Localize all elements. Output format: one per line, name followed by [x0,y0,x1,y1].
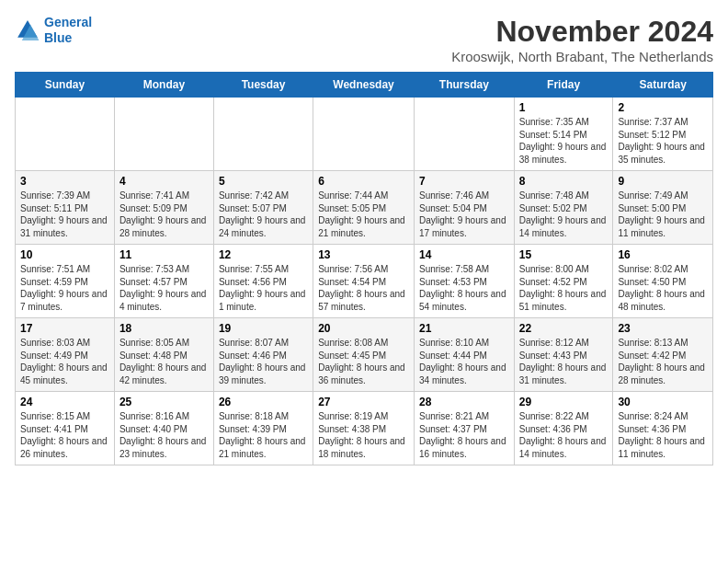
day-info: Sunrise: 8:22 AM Sunset: 4:36 PM Dayligh… [519,410,609,460]
day-info: Sunrise: 8:08 AM Sunset: 4:45 PM Dayligh… [318,337,409,386]
day-info: Sunrise: 8:05 AM Sunset: 4:48 PM Dayligh… [119,337,209,386]
calendar-cell: 28Sunrise: 8:21 AM Sunset: 4:37 PM Dayli… [414,392,514,465]
day-number: 14 [419,248,509,261]
day-number: 11 [119,248,209,261]
day-number: 19 [219,322,308,335]
day-number: 8 [519,175,609,188]
day-number: 25 [119,396,209,408]
calendar-cell: 23Sunrise: 8:13 AM Sunset: 4:42 PM Dayli… [613,318,713,392]
calendar-cell: 22Sunrise: 8:12 AM Sunset: 4:43 PM Dayli… [514,318,613,392]
day-number: 18 [119,322,209,335]
header-row: SundayMondayTuesdayWednesdayThursdayFrid… [16,73,713,98]
day-info: Sunrise: 7:53 AM Sunset: 4:57 PM Dayligh… [119,263,209,313]
day-info: Sunrise: 7:39 AM Sunset: 5:11 PM Dayligh… [20,190,109,239]
calendar-cell: 15Sunrise: 8:00 AM Sunset: 4:52 PM Dayli… [514,245,613,318]
day-number: 15 [519,248,609,261]
day-info: Sunrise: 8:07 AM Sunset: 4:46 PM Dayligh… [219,337,308,386]
calendar-cell: 25Sunrise: 8:16 AM Sunset: 4:40 PM Dayli… [114,392,213,465]
day-info: Sunrise: 7:58 AM Sunset: 4:53 PM Dayligh… [419,263,509,313]
header-day-monday: Monday [114,73,213,98]
header-day-tuesday: Tuesday [213,73,313,98]
day-info: Sunrise: 7:48 AM Sunset: 5:02 PM Dayligh… [519,190,609,239]
calendar-cell [16,98,115,171]
calendar-cell: 30Sunrise: 8:24 AM Sunset: 4:36 PM Dayli… [613,392,713,465]
day-number: 22 [519,322,609,335]
day-info: Sunrise: 7:35 AM Sunset: 5:14 PM Dayligh… [519,116,609,166]
calendar-cell: 1Sunrise: 7:35 AM Sunset: 5:14 PM Daylig… [514,98,613,171]
calendar-cell: 14Sunrise: 7:58 AM Sunset: 4:53 PM Dayli… [414,245,514,318]
calendar-cell: 18Sunrise: 8:05 AM Sunset: 4:48 PM Dayli… [114,318,213,392]
calendar-cell [114,98,213,171]
day-info: Sunrise: 8:15 AM Sunset: 4:41 PM Dayligh… [20,410,109,460]
calendar-cell: 8Sunrise: 7:48 AM Sunset: 5:02 PM Daylig… [514,171,613,245]
day-number: 6 [318,175,409,188]
calendar-cell: 11Sunrise: 7:53 AM Sunset: 4:57 PM Dayli… [114,245,213,318]
day-info: Sunrise: 8:00 AM Sunset: 4:52 PM Dayligh… [519,263,609,313]
calendar-cell: 12Sunrise: 7:55 AM Sunset: 4:56 PM Dayli… [213,245,313,318]
calendar-cell: 20Sunrise: 8:08 AM Sunset: 4:45 PM Dayli… [313,318,415,392]
calendar-cell: 4Sunrise: 7:41 AM Sunset: 5:09 PM Daylig… [114,171,213,245]
calendar-cell: 26Sunrise: 8:18 AM Sunset: 4:39 PM Dayli… [213,392,313,465]
day-number: 13 [318,248,409,261]
calendar-header: SundayMondayTuesdayWednesdayThursdayFrid… [16,73,713,98]
calendar-cell: 21Sunrise: 8:10 AM Sunset: 4:44 PM Dayli… [414,318,514,392]
calendar-cell: 19Sunrise: 8:07 AM Sunset: 4:46 PM Dayli… [213,318,313,392]
calendar-cell: 10Sunrise: 7:51 AM Sunset: 4:59 PM Dayli… [16,245,115,318]
day-number: 1 [519,101,609,114]
day-info: Sunrise: 8:12 AM Sunset: 4:43 PM Dayligh… [519,337,609,386]
logo: General Blue [15,15,92,46]
day-number: 29 [519,396,609,408]
day-number: 21 [419,322,509,335]
day-info: Sunrise: 7:44 AM Sunset: 5:05 PM Dayligh… [318,190,409,239]
day-info: Sunrise: 8:03 AM Sunset: 4:49 PM Dayligh… [20,337,109,386]
subtitle: Krooswijk, North Brabant, The Netherland… [451,49,713,64]
week-row-3: 17Sunrise: 8:03 AM Sunset: 4:49 PM Dayli… [16,318,713,392]
day-info: Sunrise: 7:55 AM Sunset: 4:56 PM Dayligh… [219,263,308,313]
header-day-wednesday: Wednesday [313,73,415,98]
day-info: Sunrise: 8:13 AM Sunset: 4:42 PM Dayligh… [618,337,708,386]
day-number: 24 [20,396,109,408]
day-number: 4 [119,175,209,188]
calendar-cell: 17Sunrise: 8:03 AM Sunset: 4:49 PM Dayli… [16,318,115,392]
header-day-sunday: Sunday [16,73,115,98]
day-info: Sunrise: 7:49 AM Sunset: 5:00 PM Dayligh… [618,190,708,239]
day-info: Sunrise: 7:37 AM Sunset: 5:12 PM Dayligh… [618,116,708,166]
day-info: Sunrise: 7:51 AM Sunset: 4:59 PM Dayligh… [20,263,109,313]
header-day-thursday: Thursday [414,73,514,98]
day-info: Sunrise: 8:10 AM Sunset: 4:44 PM Dayligh… [419,337,509,386]
calendar-cell: 2Sunrise: 7:37 AM Sunset: 5:12 PM Daylig… [613,98,713,171]
calendar-cell: 5Sunrise: 7:42 AM Sunset: 5:07 PM Daylig… [213,171,313,245]
day-info: Sunrise: 8:02 AM Sunset: 4:50 PM Dayligh… [618,263,708,313]
logo-icon [15,17,40,43]
calendar-cell: 29Sunrise: 8:22 AM Sunset: 4:36 PM Dayli… [514,392,613,465]
calendar-cell: 3Sunrise: 7:39 AM Sunset: 5:11 PM Daylig… [16,171,115,245]
logo-text: General Blue [44,15,92,46]
week-row-0: 1Sunrise: 7:35 AM Sunset: 5:14 PM Daylig… [16,98,713,171]
calendar-body: 1Sunrise: 7:35 AM Sunset: 5:14 PM Daylig… [16,98,713,465]
calendar-cell [313,98,415,171]
calendar-cell [414,98,514,171]
calendar-cell: 13Sunrise: 7:56 AM Sunset: 4:54 PM Dayli… [313,245,415,318]
day-number: 12 [219,248,308,261]
week-row-2: 10Sunrise: 7:51 AM Sunset: 4:59 PM Dayli… [16,245,713,318]
day-info: Sunrise: 7:56 AM Sunset: 4:54 PM Dayligh… [318,263,409,313]
main-title: November 2024 [451,15,713,49]
day-info: Sunrise: 8:21 AM Sunset: 4:37 PM Dayligh… [419,410,509,460]
day-info: Sunrise: 7:42 AM Sunset: 5:07 PM Dayligh… [219,190,308,239]
day-info: Sunrise: 8:19 AM Sunset: 4:38 PM Dayligh… [318,410,409,460]
day-number: 23 [618,322,708,335]
day-info: Sunrise: 8:16 AM Sunset: 4:40 PM Dayligh… [119,410,209,460]
week-row-4: 24Sunrise: 8:15 AM Sunset: 4:41 PM Dayli… [16,392,713,465]
calendar-cell: 7Sunrise: 7:46 AM Sunset: 5:04 PM Daylig… [414,171,514,245]
day-info: Sunrise: 7:41 AM Sunset: 5:09 PM Dayligh… [119,190,209,239]
logo-line1: General [44,15,92,29]
calendar-cell: 24Sunrise: 8:15 AM Sunset: 4:41 PM Dayli… [16,392,115,465]
day-info: Sunrise: 7:46 AM Sunset: 5:04 PM Dayligh… [419,190,509,239]
calendar-cell: 27Sunrise: 8:19 AM Sunset: 4:38 PM Dayli… [313,392,415,465]
day-number: 17 [20,322,109,335]
day-number: 30 [618,396,708,408]
calendar-cell: 6Sunrise: 7:44 AM Sunset: 5:05 PM Daylig… [313,171,415,245]
title-area: November 2024 Krooswijk, North Brabant, … [451,15,713,64]
header-day-friday: Friday [514,73,613,98]
day-number: 10 [20,248,109,261]
